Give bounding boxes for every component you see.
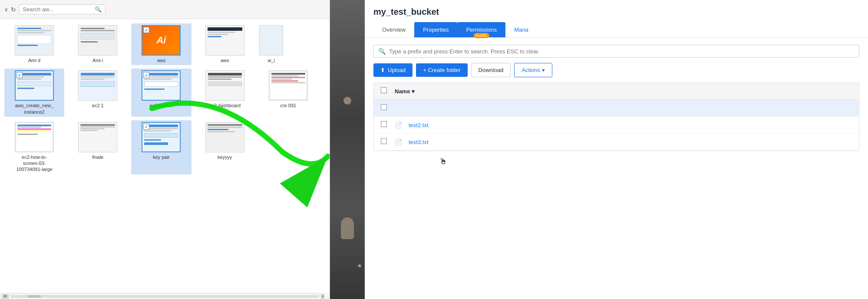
search-input[interactable] — [23, 6, 92, 13]
file-label-w-i: w_i — [268, 57, 275, 63]
s3-body: 🔍 ⬆ Upload + Create folder Download Acti… — [365, 38, 868, 299]
tab-overview[interactable]: Overview — [373, 22, 414, 37]
upload-button[interactable]: ⬆ Upload — [373, 63, 413, 77]
s3-actions-bar: ⬆ Upload + Create folder Download Action… — [373, 63, 859, 77]
tab-manage[interactable]: Mana — [505, 22, 537, 37]
file-item-ami-i[interactable]: Ami i — [68, 23, 128, 65]
s3-header: my_test_bucket Overview Properties Permi… — [365, 0, 868, 38]
explorer-content: Ami d Ami i ✓ — [0, 19, 330, 293]
file-thumb-ec2-dashboard — [205, 70, 244, 101]
actions-button[interactable]: Actions ▾ — [514, 63, 552, 77]
column-name-header[interactable]: Name ▾ — [395, 88, 415, 95]
sort-icon: ▾ — [412, 88, 415, 95]
file-label-finale: finale — [92, 154, 103, 160]
file-item-ami-d[interactable]: Ami d — [4, 23, 64, 65]
file-item-ec2-dash[interactable]: ✓ ec2 dash... — [131, 69, 191, 117]
horizontal-scrollbar[interactable]: ≡ ▤ — [0, 293, 330, 299]
file-thumb-finale — [78, 122, 117, 152]
tab-properties[interactable]: Properties — [414, 22, 457, 37]
photo-strip: ★ — [330, 0, 365, 299]
row-check-test3[interactable] — [381, 138, 389, 146]
file-label-ec2-dashboard: ec2 dashboard — [209, 102, 241, 108]
file-item-finale[interactable]: finale — [68, 120, 128, 174]
star-decoration: ★ — [357, 262, 363, 269]
scroll-left-btn[interactable]: ≡ — [2, 294, 9, 299]
row-name-test2[interactable]: test2.txt — [409, 122, 429, 128]
table-row-highlighted[interactable] — [374, 100, 859, 117]
row-name-test3[interactable]: test3.txt — [409, 139, 429, 145]
select-all-checkbox[interactable] — [381, 87, 387, 93]
file-thumb-cre-091 — [269, 70, 308, 101]
download-button[interactable]: Download — [471, 63, 511, 77]
person-head — [343, 97, 351, 105]
table-row-test2[interactable]: 📄 test2.txt — [374, 117, 859, 134]
file-thumb-aws-ai: ✓ Ai — [142, 25, 181, 56]
refresh-icon[interactable]: ↻ — [11, 6, 16, 13]
file-item-ec2-how[interactable]: ec2-how-to-screen-03-100734091-large — [4, 120, 64, 174]
row-check-test2[interactable] — [381, 121, 389, 129]
file-thumb-w-i — [259, 25, 283, 56]
s3-table-header: Name ▾ — [374, 83, 859, 100]
file-thumb-ami-d — [15, 25, 54, 56]
file-thumb-key-pair: ✓ — [142, 122, 181, 152]
s3-panel: my_test_bucket Overview Properties Permi… — [365, 0, 868, 299]
row-icon-test3: 📄 — [395, 138, 403, 146]
file-label-cre-091: cre 091 — [281, 102, 297, 108]
file-explorer: ∨ ↻ 🔍 — [0, 0, 330, 299]
s3-search-box[interactable]: 🔍 — [373, 45, 859, 58]
upload-icon: ⬆ — [380, 67, 385, 73]
file-item-cre-091[interactable]: cre 091 — [258, 69, 318, 117]
file-label-ec2-how: ec2-how-to-screen-03-100734091-large — [15, 154, 54, 173]
file-label-ami-d: Ami d — [28, 57, 40, 63]
file-label-ec2-dash: ec2 dash... — [150, 102, 173, 108]
file-item-ec2-dashboard[interactable]: ec2 dashboard — [195, 69, 255, 117]
file-thumb-ec2-how — [15, 122, 54, 152]
file-grid: Ami d Ami i ✓ — [4, 23, 325, 174]
file-label-keyyyy: keyyyy — [218, 154, 232, 160]
explorer-toolbar: ∨ ↻ 🔍 — [0, 0, 330, 19]
tab-permissions[interactable]: Permissions Public — [457, 22, 505, 37]
row-check-highlighted[interactable] — [381, 104, 389, 112]
s3-search-icon: 🔍 — [378, 48, 386, 55]
file-thumb-aws-create: ✓ — [15, 70, 54, 101]
header-checkbox[interactable] — [381, 87, 389, 95]
file-thumb-ec2-dash: ✓ — [142, 70, 181, 101]
row-checkbox-test3[interactable] — [381, 138, 387, 144]
file-item-aws-2[interactable]: aws — [195, 23, 255, 65]
file-item-keyyyy[interactable]: keyyyy — [195, 120, 255, 174]
create-folder-button[interactable]: + Create folder — [416, 63, 467, 77]
person-body — [341, 217, 354, 239]
file-thumb-aws-2 — [205, 25, 244, 56]
chevron-icon[interactable]: ∨ — [4, 7, 8, 13]
search-icon: 🔍 — [95, 6, 102, 13]
file-item-ec2-1[interactable]: ec2 1 — [68, 69, 128, 117]
actions-chevron-icon: ▾ — [542, 67, 545, 73]
photo-person: ★ — [330, 0, 365, 299]
file-thumb-keyyyy — [205, 122, 244, 152]
file-thumb-ami-i — [78, 25, 117, 56]
file-item-key-pair[interactable]: ✓ key pair — [131, 120, 191, 174]
file-label-key-pair: key pair — [153, 154, 170, 160]
table-row-test3[interactable]: 📄 test3.txt — [374, 134, 859, 151]
file-item-aws-ai[interactable]: ✓ Ai aws — [131, 23, 191, 65]
s3-table: Name ▾ 📄 test2.txt — [373, 82, 859, 151]
file-thumb-ec2-1 — [78, 70, 117, 101]
row-checkbox-test2[interactable] — [381, 121, 387, 127]
file-label-aws-ai: aws — [157, 57, 166, 63]
file-label-aws-2: aws — [221, 57, 229, 63]
row-checkbox-highlighted[interactable] — [381, 104, 387, 110]
bucket-name: my_test_bucket — [373, 7, 859, 17]
file-item-aws-create[interactable]: ✓ aws_create_new_instance2 — [4, 69, 64, 117]
s3-search-input[interactable] — [389, 48, 855, 55]
row-icon-test2: 📄 — [395, 121, 403, 129]
s3-tabs: Overview Properties Permissions Public M… — [373, 22, 859, 37]
search-box[interactable]: 🔍 — [19, 4, 106, 14]
file-label-ami-i: Ami i — [92, 57, 103, 63]
file-label-aws-create: aws_create_new_instance2 — [15, 102, 54, 115]
file-item-w-i[interactable]: w_i — [258, 23, 284, 65]
permissions-badge: Public — [474, 33, 490, 38]
file-label-ec2-1: ec2 1 — [92, 102, 104, 108]
